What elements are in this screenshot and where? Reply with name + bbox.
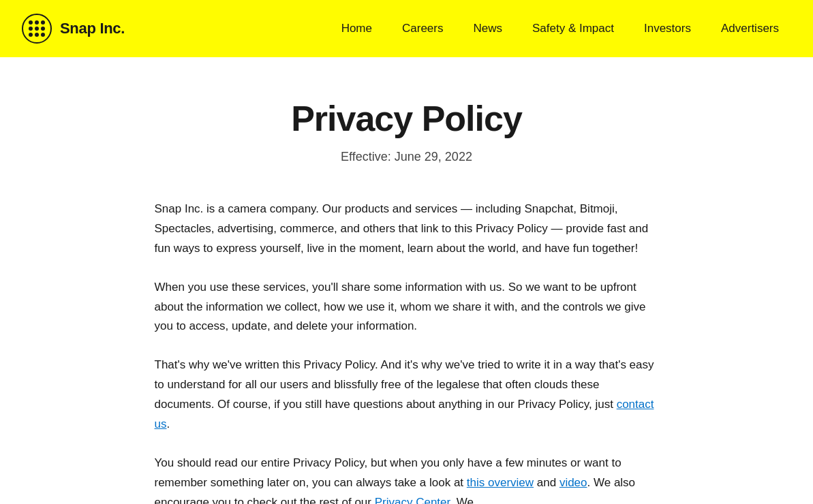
logo-dots [29, 20, 45, 37]
nav-safety-impact[interactable]: Safety & Impact [520, 16, 626, 41]
paragraph-3-text-after: . [166, 418, 170, 430]
paragraph-3: That's why we've written this Privacy Po… [155, 356, 659, 435]
paragraph-4: You should read our entire Privacy Polic… [155, 454, 659, 504]
privacy-center-link[interactable]: Privacy Center [375, 496, 450, 504]
main-nav: Home Careers News Safety & Impact Invest… [329, 16, 791, 41]
dot [41, 33, 45, 37]
page-title: Privacy Policy [155, 98, 659, 139]
nav-advertisers[interactable]: Advertisers [709, 16, 791, 41]
content-body: Snap Inc. is a camera company. Our produ… [155, 200, 659, 504]
paragraph-2: When you use these services, you'll shar… [155, 278, 659, 337]
nav-news[interactable]: News [461, 16, 515, 41]
logo-icon [22, 14, 52, 44]
site-header: Snap Inc. Home Careers News Safety & Imp… [0, 0, 813, 57]
paragraph-3-text-before: That's why we've written this Privacy Po… [155, 358, 654, 411]
nav-investors[interactable]: Investors [632, 16, 703, 41]
video-link[interactable]: video [559, 476, 587, 489]
dot [41, 20, 45, 25]
dot [29, 33, 33, 37]
main-content: Privacy Policy Effective: June 29, 2022 … [127, 57, 686, 504]
paragraph-4-text-end: . We [450, 496, 474, 504]
nav-careers[interactable]: Careers [390, 16, 455, 41]
paragraph-1-text: Snap Inc. is a camera company. Our produ… [155, 202, 649, 255]
logo-link[interactable]: Snap Inc. [22, 14, 125, 44]
paragraph-4-text-middle: and [534, 476, 559, 489]
paragraph-1: Snap Inc. is a camera company. Our produ… [155, 200, 659, 259]
dot [35, 33, 39, 37]
dot [29, 27, 33, 31]
nav-home[interactable]: Home [329, 16, 384, 41]
paragraph-2-text: When you use these services, you'll shar… [155, 281, 646, 333]
dot [29, 20, 33, 25]
dot [41, 27, 45, 31]
effective-date: Effective: June 29, 2022 [155, 150, 659, 164]
logo-text: Snap Inc. [60, 20, 125, 37]
this-overview-link[interactable]: this overview [467, 476, 534, 489]
dot [35, 27, 39, 31]
dot [35, 20, 39, 25]
